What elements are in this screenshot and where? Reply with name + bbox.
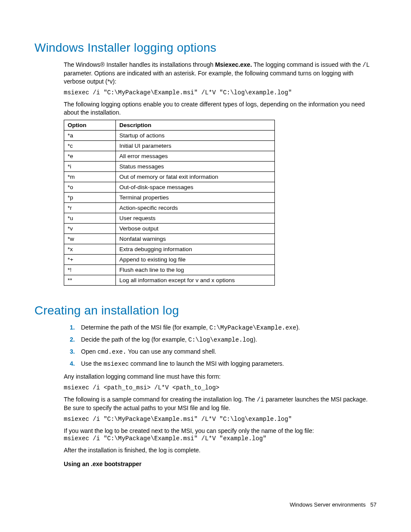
- installation-steps-list: Determine the path of the MSI file (for …: [64, 324, 377, 368]
- followup-paragraph: The following logging options enable you…: [64, 100, 377, 117]
- step-text-pre: Open: [81, 348, 97, 355]
- description-cell: Terminal properties: [116, 193, 275, 203]
- table-row: **Log all information except for v and x…: [64, 275, 275, 286]
- option-cell: *+: [64, 255, 116, 265]
- description-cell: Out-of-disk-space messages: [116, 182, 275, 193]
- description-cell: User requests: [116, 213, 275, 224]
- option-cell: *e: [64, 151, 116, 162]
- next-to-msi-paragraph: If you want the log to be created next t…: [64, 427, 377, 435]
- description-cell: Flush each line to the log: [116, 265, 275, 275]
- code-example-1: msiexec /i "C:\MyPackage\Example.msi" /L…: [64, 89, 377, 96]
- table-row: *mOut of memory or fatal exit informatio…: [64, 172, 275, 182]
- list-item: Open cmd.exe. You can use any command sh…: [64, 348, 377, 356]
- table-row: *iStatus messages: [64, 162, 275, 172]
- form-intro-paragraph: Any installation logging command line mu…: [64, 373, 377, 381]
- description-cell: Startup of actions: [116, 131, 275, 141]
- description-cell: Verbose output: [116, 224, 275, 234]
- description-cell: Action-specific records: [116, 203, 275, 213]
- description-cell: Log all information except for v and x o…: [116, 275, 275, 286]
- intro-bold: Msiexec.exe.: [215, 61, 252, 68]
- option-cell: *p: [64, 193, 116, 203]
- option-cell: *i: [64, 162, 116, 172]
- section1-body: The Windows® Installer handles its insta…: [64, 61, 377, 286]
- option-cell: *o: [64, 182, 116, 193]
- table-row: *pTerminal properties: [64, 193, 275, 203]
- option-cell: *a: [64, 131, 116, 141]
- table-row: *rAction-specific records: [64, 203, 275, 213]
- description-cell: Nonfatal warnings: [116, 234, 275, 244]
- sample-text-1: The following is a sample command for cr…: [64, 396, 257, 403]
- description-cell: Status messages: [116, 162, 275, 172]
- list-item: Use the msiexec command line to launch t…: [64, 360, 377, 368]
- section2-body: Determine the path of the MSI file (for …: [64, 324, 377, 468]
- option-cell: **: [64, 275, 116, 286]
- step-text-post: You can use any command shell.: [126, 348, 216, 355]
- intro-code: /L: [362, 62, 370, 68]
- table-header-row: Option Description: [64, 120, 275, 131]
- document-page: Windows Installer logging options The Wi…: [0, 0, 411, 532]
- sample-command-line: msiexec /i "C:\MyPackage\Example.msi" /L…: [64, 416, 377, 423]
- intro-paragraph: The Windows® Installer handles its insta…: [64, 61, 377, 86]
- table-row: *aStartup of actions: [64, 131, 275, 141]
- step-code: C:\MyPackage\Example.exe: [209, 324, 296, 331]
- list-item: Decide the path of the log (for example,…: [64, 336, 377, 344]
- page-footer: Windows Server environments 57: [290, 501, 377, 508]
- section-heading-logging-options: Windows Installer logging options: [34, 41, 377, 55]
- step-text-post: ).: [253, 336, 257, 343]
- table-row: *uUser requests: [64, 213, 275, 224]
- table-row: *cInitial UI parameters: [64, 141, 275, 151]
- description-cell: All error messages: [116, 151, 275, 162]
- option-cell: *v: [64, 224, 116, 234]
- form-code-line: msiexec /i <path_to_msi> /L*V <path_to_l…: [64, 384, 377, 391]
- step-code: cmd.exe.: [97, 348, 126, 355]
- table-row: *vVerbose output: [64, 224, 275, 234]
- option-cell: *m: [64, 172, 116, 182]
- footer-page-number: 57: [371, 501, 377, 508]
- description-cell: Initial UI parameters: [116, 141, 275, 151]
- step-text-pre: Determine the path of the MSI file (for …: [81, 324, 209, 331]
- table-row: *wNonfatal warnings: [64, 234, 275, 244]
- step-text-post: command line to launch the MSI with logg…: [129, 360, 284, 367]
- options-table: Option Description *aStartup of actions*…: [64, 120, 275, 286]
- option-cell: *w: [64, 234, 116, 244]
- option-cell: *x: [64, 244, 116, 255]
- table-row: *!Flush each line to the log: [64, 265, 275, 275]
- option-cell: *u: [64, 213, 116, 224]
- step-text-pre: Use the: [81, 360, 103, 367]
- table-header-description: Description: [116, 120, 275, 131]
- intro-text-3: parameter. Options are indicated with an…: [64, 70, 353, 85]
- description-cell: Extra debugging information: [116, 244, 275, 255]
- list-item: Determine the path of the MSI file (for …: [64, 324, 377, 332]
- next-to-msi-code: msiexec /i "C:\MyPackage\Example.msi" /L…: [64, 435, 377, 442]
- after-paragraph: After the installation is finished, the …: [64, 446, 377, 454]
- subheading-bootstrapper: Using an .exe bootstrapper: [64, 460, 377, 468]
- step-code: msiexec: [103, 361, 129, 367]
- description-cell: Append to existing log file: [116, 255, 275, 265]
- step-code: C:\log\example.log: [188, 336, 253, 343]
- intro-text-1: The Windows® Installer handles its insta…: [64, 61, 215, 68]
- table-row: *oOut-of-disk-space messages: [64, 182, 275, 193]
- table-row: *xExtra debugging information: [64, 244, 275, 255]
- step-text-post: ).: [296, 324, 300, 331]
- option-cell: *!: [64, 265, 116, 275]
- sample-code-inline: /i: [257, 396, 264, 403]
- option-cell: *c: [64, 141, 116, 151]
- description-cell: Out of memory or fatal exit information: [116, 172, 275, 182]
- table-row: *eAll error messages: [64, 151, 275, 162]
- intro-text-2: The logging command is issued with the: [252, 61, 363, 68]
- table-row: *+Append to existing log file: [64, 255, 275, 265]
- section-heading-creating-log: Creating an installation log: [34, 304, 377, 317]
- footer-text: Windows Server environments: [290, 501, 365, 508]
- step-text-pre: Decide the path of the log (for example,: [81, 336, 188, 343]
- option-cell: *r: [64, 203, 116, 213]
- table-header-option: Option: [64, 120, 116, 131]
- sample-paragraph: The following is a sample command for cr…: [64, 395, 377, 412]
